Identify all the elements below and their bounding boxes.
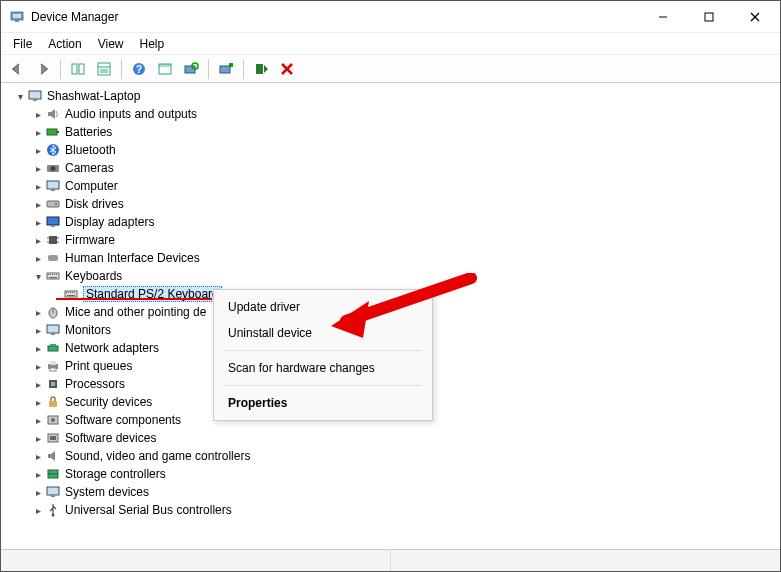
properties-button[interactable] <box>92 57 116 81</box>
chevron-right-icon[interactable]: ▸ <box>31 127 45 138</box>
chevron-right-icon[interactable]: ▸ <box>31 505 45 516</box>
chevron-right-icon[interactable]: ▸ <box>31 217 45 228</box>
close-button[interactable] <box>732 2 778 32</box>
tree-item-keyboards[interactable]: ▾Keyboards <box>29 267 770 285</box>
chevron-right-icon[interactable]: ▸ <box>31 307 45 318</box>
svg-rect-43 <box>48 255 58 261</box>
tree-item-label: System devices <box>65 485 149 499</box>
help-button[interactable]: ? <box>127 57 151 81</box>
svg-rect-16 <box>159 64 171 67</box>
svg-rect-52 <box>66 292 67 293</box>
chevron-right-icon[interactable]: ▸ <box>31 451 45 462</box>
ctx-properties[interactable]: Properties <box>214 390 432 416</box>
tree-item-label: Batteries <box>65 125 112 139</box>
svg-rect-77 <box>51 495 55 497</box>
ctx-update-driver[interactable]: Update driver <box>214 294 432 320</box>
tree-item-usb[interactable]: ▸Universal Serial Bus controllers <box>29 501 770 519</box>
chevron-right-icon[interactable]: ▸ <box>31 361 45 372</box>
tree-item-display[interactable]: ▸Display adapters <box>29 213 770 231</box>
svg-rect-7 <box>72 64 77 74</box>
bluetooth-icon <box>45 142 61 158</box>
tree-root[interactable]: ▾ Shashwat-Laptop <box>11 87 770 105</box>
svg-rect-51 <box>65 291 77 297</box>
tree-item-label: Cameras <box>65 161 114 175</box>
minimize-button[interactable] <box>640 2 686 32</box>
uninstall-button[interactable] <box>275 57 299 81</box>
svg-rect-27 <box>47 129 57 135</box>
svg-rect-62 <box>48 346 58 351</box>
menu-view[interactable]: View <box>90 35 132 53</box>
scan-hardware-button[interactable] <box>179 57 203 81</box>
show-hide-tree-button[interactable] <box>66 57 90 81</box>
svg-rect-66 <box>50 368 56 371</box>
tree-item-audio[interactable]: ▸Audio inputs and outputs <box>29 105 770 123</box>
chevron-right-icon[interactable]: ▸ <box>31 235 45 246</box>
svg-rect-8 <box>79 64 84 74</box>
chevron-right-icon[interactable]: ▸ <box>31 163 45 174</box>
titlebar: Device Manager <box>1 1 780 33</box>
menu-action[interactable]: Action <box>40 35 89 53</box>
mouse-icon <box>45 304 61 320</box>
tree-item-swdevices[interactable]: ▸Software devices <box>29 429 770 447</box>
svg-rect-68 <box>51 382 55 386</box>
svg-rect-34 <box>47 201 59 207</box>
svg-rect-63 <box>50 344 56 346</box>
tree-root-label: Shashwat-Laptop <box>47 89 140 103</box>
tree-item-sound[interactable]: ▸Sound, video and game controllers <box>29 447 770 465</box>
chevron-right-icon[interactable]: ▸ <box>31 469 45 480</box>
network-icon <box>45 340 61 356</box>
chevron-right-icon[interactable]: ▸ <box>31 109 45 120</box>
chevron-right-icon[interactable]: ▸ <box>31 379 45 390</box>
chevron-right-icon[interactable]: ▸ <box>31 397 45 408</box>
toolbar-separator <box>243 59 244 79</box>
tree-item-hid[interactable]: ▸Human Interface Devices <box>29 249 770 267</box>
chevron-right-icon[interactable]: ▸ <box>31 181 45 192</box>
tree-item-label: Sound, video and game controllers <box>65 449 250 463</box>
menu-help[interactable]: Help <box>132 35 173 53</box>
maximize-button[interactable] <box>686 2 732 32</box>
chevron-right-icon[interactable]: ▸ <box>31 253 45 264</box>
tree-item-batteries[interactable]: ▸Batteries <box>29 123 770 141</box>
device-tree-pane[interactable]: ▾ Shashwat-Laptop ▸Audio inputs and outp… <box>1 83 780 549</box>
tree-item-disk[interactable]: ▸Disk drives <box>29 195 770 213</box>
component-icon <box>45 412 61 428</box>
tree-item-computer[interactable]: ▸Computer <box>29 177 770 195</box>
ctx-uninstall-device[interactable]: Uninstall device <box>214 320 432 346</box>
back-button[interactable] <box>5 57 29 81</box>
tree-item-cameras[interactable]: ▸Cameras <box>29 159 770 177</box>
tree-item-bluetooth[interactable]: ▸Bluetooth <box>29 141 770 159</box>
tree-item-system[interactable]: ▸System devices <box>29 483 770 501</box>
add-legacy-button[interactable] <box>214 57 238 81</box>
chevron-right-icon[interactable]: ▸ <box>31 343 45 354</box>
annotation-underline <box>56 298 212 300</box>
software-icon <box>45 430 61 446</box>
chevron-right-icon[interactable]: ▸ <box>31 325 45 336</box>
chevron-right-icon[interactable]: ▸ <box>31 145 45 156</box>
svg-rect-49 <box>56 274 57 275</box>
tree-item-label: Human Interface Devices <box>65 251 200 265</box>
tree-item-firmware[interactable]: ▸Firmware <box>29 231 770 249</box>
svg-rect-69 <box>49 401 57 407</box>
menu-file[interactable]: File <box>5 35 40 53</box>
ctx-separator <box>224 385 422 386</box>
svg-rect-56 <box>74 292 75 293</box>
chevron-down-icon[interactable]: ▾ <box>31 271 45 282</box>
keyboard-icon <box>45 268 61 284</box>
svg-rect-55 <box>72 292 73 293</box>
chevron-right-icon[interactable]: ▸ <box>31 199 45 210</box>
update-driver-button[interactable] <box>249 57 273 81</box>
svg-point-78 <box>52 514 55 517</box>
tree-item-storage[interactable]: ▸Storage controllers <box>29 465 770 483</box>
svg-rect-37 <box>51 225 55 227</box>
chevron-right-icon[interactable]: ▸ <box>31 487 45 498</box>
chevron-right-icon[interactable]: ▸ <box>31 433 45 444</box>
chevron-right-icon[interactable]: ▸ <box>31 415 45 426</box>
forward-button[interactable] <box>31 57 55 81</box>
svg-rect-33 <box>51 189 55 191</box>
svg-rect-25 <box>29 91 41 99</box>
tree-item-label: Display adapters <box>65 215 154 229</box>
chevron-down-icon[interactable]: ▾ <box>13 91 27 102</box>
ctx-scan-hardware[interactable]: Scan for hardware changes <box>214 355 432 381</box>
action-grid-button[interactable] <box>153 57 177 81</box>
app-icon <box>9 9 25 25</box>
